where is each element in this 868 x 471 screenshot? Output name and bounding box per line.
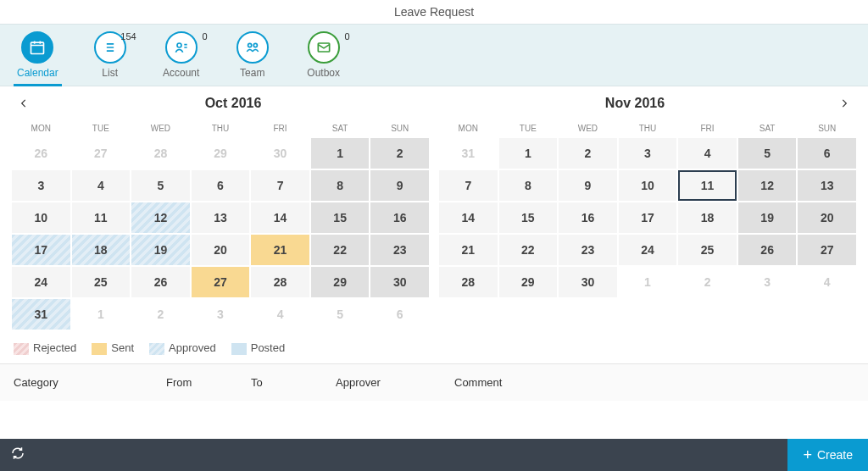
calendar-day[interactable]: 3 (619, 138, 677, 169)
calendar-day[interactable]: 9 (370, 170, 429, 201)
calendar-day[interactable]: 11 (678, 170, 737, 201)
calendar-day[interactable]: 1 (619, 267, 677, 297)
calendar-day[interactable]: 28 (439, 267, 498, 297)
calendar-day[interactable]: 27 (72, 138, 131, 169)
calendar-day[interactable]: 16 (370, 202, 429, 233)
refresh-button[interactable] (10, 446, 25, 464)
calendar-day[interactable]: 10 (12, 202, 70, 233)
calendar-day[interactable]: 30 (559, 267, 617, 297)
tab-outbox[interactable]: 0 Outbox (296, 28, 352, 86)
calendar-day[interactable]: 29 (311, 267, 370, 297)
calendar-day[interactable]: 30 (370, 267, 429, 297)
calendar-day[interactable]: 21 (251, 235, 309, 265)
calendar-day[interactable]: 1 (499, 138, 558, 169)
calendar-day[interactable]: 18 (678, 202, 737, 233)
prev-month-button[interactable] (15, 95, 32, 112)
calendar-day[interactable]: 26 (131, 267, 190, 297)
calendar-day[interactable]: 13 (798, 170, 856, 201)
calendar-day[interactable]: 20 (798, 202, 856, 233)
calendar-day[interactable]: 13 (192, 202, 250, 233)
calendar-day[interactable]: 27 (798, 235, 856, 265)
calendar-day[interactable]: 7 (439, 170, 498, 201)
calendar-day[interactable]: 14 (439, 202, 498, 233)
calendar-day[interactable]: 14 (251, 202, 309, 233)
svg-point-2 (248, 43, 251, 47)
calendar-day[interactable]: 29 (192, 138, 250, 169)
calendar-day[interactable]: 20 (192, 235, 250, 265)
col-from: From (166, 376, 251, 389)
calendar-day[interactable]: 21 (439, 235, 498, 265)
calendar-day[interactable]: 5 (311, 299, 370, 330)
calendar-day[interactable]: 22 (311, 235, 370, 265)
request-table-header: Category From To Approver Comment (0, 363, 868, 401)
calendar-day[interactable]: 12 (131, 202, 190, 233)
calendar-day[interactable]: 25 (678, 235, 737, 265)
calendar-day[interactable]: 3 (738, 267, 797, 297)
create-button[interactable]: + Create (787, 439, 868, 471)
tab-calendar[interactable]: Calendar (8, 28, 67, 86)
dow-header: SAT (738, 117, 797, 138)
calendar-day[interactable]: 31 (12, 299, 70, 330)
calendar-day[interactable]: 4 (678, 138, 737, 169)
plus-icon: + (803, 446, 812, 464)
calendar-day[interactable]: 2 (559, 138, 617, 169)
calendar-day[interactable]: 2 (678, 267, 737, 297)
tab-label: List (102, 67, 118, 79)
calendar-day[interactable]: 27 (192, 267, 250, 297)
calendar-day[interactable]: 23 (559, 235, 617, 265)
calendar-day[interactable]: 19 (738, 202, 797, 233)
calendar-day[interactable]: 17 (619, 202, 677, 233)
calendar-day[interactable]: 5 (131, 170, 190, 201)
month-title-right: Nov 2016 (434, 96, 836, 111)
calendar-day[interactable]: 31 (439, 138, 498, 169)
calendar-day[interactable]: 4 (251, 299, 309, 330)
dow-header: FRI (678, 117, 737, 138)
dow-header: FRI (251, 117, 309, 138)
tab-list[interactable]: 154 List (82, 28, 138, 86)
calendar-day[interactable]: 24 (12, 267, 70, 297)
legend-rejected: Rejected (33, 341, 76, 354)
tab-account[interactable]: 0 Account (153, 28, 209, 86)
calendar-day[interactable]: 17 (12, 235, 70, 265)
calendar-day[interactable]: 1 (72, 299, 131, 330)
calendar-day[interactable]: 26 (738, 235, 797, 265)
calendar-day[interactable]: 2 (370, 138, 429, 169)
calendar-day[interactable]: 6 (192, 170, 250, 201)
calendar-day[interactable]: 16 (559, 202, 617, 233)
calendar-day[interactable]: 6 (798, 138, 856, 169)
calendar-day[interactable]: 28 (131, 138, 190, 169)
calendar-day[interactable]: 10 (619, 170, 677, 201)
next-month-button[interactable] (836, 95, 853, 112)
dow-header: THU (192, 117, 250, 138)
calendar-day[interactable]: 24 (619, 235, 677, 265)
calendar-day[interactable]: 29 (499, 267, 558, 297)
calendar-day[interactable]: 8 (499, 170, 558, 201)
team-icon (236, 31, 269, 64)
calendar-day[interactable]: 30 (251, 138, 309, 169)
calendar-day[interactable]: 25 (72, 267, 131, 297)
calendar-day[interactable]: 18 (72, 235, 131, 265)
calendar-day[interactable]: 2 (131, 299, 190, 330)
calendar-day[interactable]: 26 (12, 138, 70, 169)
tab-team[interactable]: Team (225, 28, 281, 86)
calendar-day[interactable]: 19 (131, 235, 190, 265)
calendar-day[interactable]: 8 (311, 170, 370, 201)
calendar-day[interactable]: 12 (738, 170, 797, 201)
calendar-day[interactable]: 4 (72, 170, 131, 201)
calendar-day[interactable]: 4 (798, 267, 856, 297)
calendar-day[interactable]: 6 (370, 299, 429, 330)
calendar-day[interactable]: 7 (251, 170, 309, 201)
calendar-day[interactable]: 3 (12, 170, 70, 201)
rejected-swatch (14, 343, 29, 355)
calendar-day[interactable]: 9 (559, 170, 617, 201)
calendar-day[interactable]: 15 (311, 202, 370, 233)
list-icon: 154 (94, 31, 126, 64)
calendar-day[interactable]: 1 (311, 138, 370, 169)
calendar-day[interactable]: 28 (251, 267, 309, 297)
calendar-day[interactable]: 23 (370, 235, 429, 265)
calendar-day[interactable]: 11 (72, 202, 131, 233)
calendar-day[interactable]: 15 (499, 202, 558, 233)
calendar-day[interactable]: 3 (192, 299, 250, 330)
calendar-day[interactable]: 5 (738, 138, 797, 169)
calendar-day[interactable]: 22 (499, 235, 558, 265)
